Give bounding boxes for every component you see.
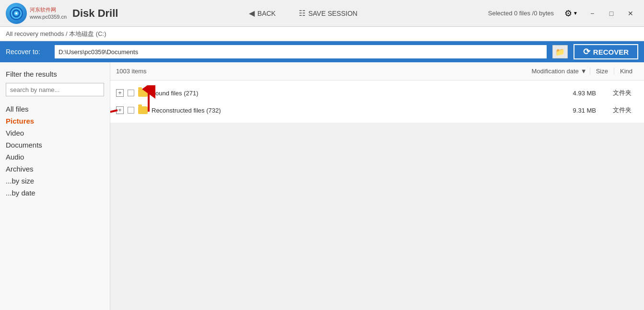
sidebar: Filter the results All files Pictures Vi… — [0, 62, 110, 310]
expand-button[interactable]: + — [116, 89, 124, 97]
browse-folder-button[interactable]: 📁 — [552, 45, 568, 58]
recover-icon: ⟳ — [583, 46, 590, 57]
save-icon: ☷ — [299, 9, 305, 18]
settings-button[interactable]: ⚙ ▼ — [562, 6, 581, 21]
sidebar-item-audio[interactable]: Audio — [6, 151, 104, 163]
breadcrumb-bar: All recovery methods / 本地磁盘 (C:) — [0, 27, 644, 41]
titlebar-right: Selected 0 files /0 bytes ⚙ ▼ − □ ✕ — [488, 6, 638, 21]
items-count: 1003 items — [116, 68, 529, 75]
sort-dropdown-icon: ▼ — [581, 68, 587, 75]
recover-to-label: Recover to: — [6, 48, 49, 56]
titlebar: 河东软件网 www.pc0359.cn Disk Drill ◀ BACK ☷ … — [0, 0, 644, 27]
sidebar-nav: All files Pictures Video Documents Audio… — [6, 103, 104, 199]
recover-path-input[interactable] — [55, 45, 547, 58]
sort-button[interactable]: Modification date ▼ — [529, 67, 590, 76]
close-button[interactable]: ✕ — [623, 7, 638, 20]
content-area: 1003 items Modification date ▼ Size Kind… — [110, 62, 644, 123]
sidebar-item-pictures[interactable]: Pictures — [6, 115, 104, 127]
gear-icon: ⚙ — [564, 8, 572, 19]
logo-site-line2: www.pc0359.cn — [30, 13, 67, 20]
app-logo — [6, 3, 27, 24]
sidebar-item-video[interactable]: Video — [6, 127, 104, 139]
sidebar-item-by-date[interactable]: ...by date — [6, 187, 104, 199]
minimize-button[interactable]: − — [585, 7, 600, 20]
back-icon: ◀ — [249, 9, 255, 18]
gear-dropdown-icon: ▼ — [573, 11, 578, 16]
breadcrumb-path: All recovery methods / 本地磁盘 (C:) — [6, 30, 106, 38]
svg-point-3 — [15, 12, 17, 14]
table-row[interactable]: + Reconstructed files (732) 9.31 MB 文件夹 — [110, 102, 644, 119]
col-header-size: Size — [590, 68, 614, 75]
table-row[interactable]: + Found files (271) 4.93 MB 文件夹 — [110, 84, 644, 102]
expand-button[interactable]: + — [116, 106, 124, 114]
content-header: 1003 items Modification date ▼ Size Kind — [110, 62, 644, 80]
sidebar-item-archives[interactable]: Archives — [6, 163, 104, 175]
file-kind: 文件夹 — [600, 106, 638, 115]
sidebar-item-documents[interactable]: Documents — [6, 139, 104, 151]
logo-site-text: 河东软件网 www.pc0359.cn — [30, 6, 67, 20]
col-header-kind: Kind — [614, 68, 638, 75]
folder-icon: 📁 — [555, 47, 565, 57]
save-session-button[interactable]: ☷ SAVE SESSION — [295, 7, 361, 20]
selected-info: Selected 0 files /0 bytes — [488, 10, 554, 17]
folder-icon — [138, 89, 148, 97]
file-size: 9.31 MB — [558, 107, 596, 114]
filter-title: Filter the results — [6, 70, 104, 78]
main-layout: Filter the results All files Pictures Vi… — [0, 62, 644, 310]
recover-button[interactable]: ⟳ RECOVER — [574, 44, 638, 59]
recover-label-text: RECOVER — [593, 48, 629, 56]
content-wrapper: 1003 items Modification date ▼ Size Kind… — [110, 62, 644, 310]
titlebar-center: ◀ BACK ☷ SAVE SESSION — [245, 7, 362, 20]
folder-icon — [138, 106, 148, 114]
search-input[interactable] — [6, 83, 104, 96]
file-kind: 文件夹 — [600, 89, 638, 97]
file-checkbox[interactable] — [128, 90, 134, 96]
file-name: Reconstructed files (732) — [152, 107, 554, 114]
file-checkbox[interactable] — [128, 107, 134, 114]
logo-area: 河东软件网 www.pc0359.cn — [6, 3, 67, 24]
file-size: 4.93 MB — [558, 90, 596, 97]
sidebar-item-by-size[interactable]: ...by size — [6, 175, 104, 187]
maximize-button[interactable]: □ — [604, 7, 619, 20]
sidebar-item-all-files[interactable]: All files — [6, 103, 104, 115]
recover-bar: Recover to: 📁 ⟳ RECOVER — [0, 41, 644, 62]
file-list: + Found files (271) 4.93 MB 文件夹 + Recons… — [110, 80, 644, 123]
file-name: Found files (271) — [152, 90, 554, 97]
titlebar-left: 河东软件网 www.pc0359.cn Disk Drill — [6, 3, 118, 24]
app-title: Disk Drill — [72, 7, 118, 20]
back-label: BACK — [258, 10, 276, 17]
sort-label: Modification date — [532, 68, 579, 75]
logo-site-line1: 河东软件网 — [30, 6, 67, 13]
save-session-label: SAVE SESSION — [308, 10, 357, 17]
back-button[interactable]: ◀ BACK — [245, 7, 280, 20]
